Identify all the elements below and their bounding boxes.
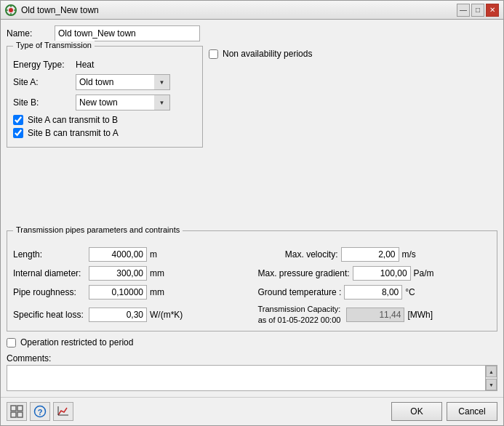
transmission-capacity-row: Transmission Capacity: as of 01-05-2022 … (258, 304, 492, 325)
operation-restricted-label: Operation restricted to period (20, 337, 133, 347)
type-of-transmission-legend: Type of Transmission (13, 41, 95, 49)
transmission-capacity-input (346, 308, 404, 322)
left-panel: Type of Transmission Energy Type: Heat S… (7, 46, 203, 226)
ground-temp-label: Ground temperature : (258, 287, 342, 297)
max-velocity-unit: m/s (402, 249, 425, 260)
internal-diameter-unit: mm (150, 268, 173, 278)
transmission-capacity-sublabel: as of 01-05-2022 00:00 (258, 315, 341, 325)
energy-type-row: Energy Type: Heat (13, 60, 196, 70)
max-pressure-label: Max. pressure gradient: (258, 268, 350, 278)
internal-diameter-label: Internal diameter: (13, 268, 86, 278)
chart-icon (57, 405, 70, 418)
pipe-roughness-unit: mm (150, 287, 173, 297)
max-velocity-row: Max. velocity: m/s (258, 247, 492, 262)
site-b-dropdown-wrapper: ▼ (76, 95, 170, 110)
svg-rect-7 (17, 406, 23, 411)
svg-rect-6 (11, 406, 16, 411)
scroll-down-btn[interactable]: ▼ (486, 379, 497, 390)
svg-text:?: ? (38, 408, 43, 417)
length-unit: m (150, 249, 173, 260)
app-icon (5, 4, 17, 16)
scroll-up-btn[interactable]: ▲ (486, 366, 497, 377)
energy-type-value: Heat (76, 60, 94, 70)
transmission-capacity-unit: [MWh] (407, 310, 433, 320)
site-b-row: Site B: ▼ (13, 95, 196, 110)
pipe-roughness-row: Pipe roughness: mm (13, 285, 247, 300)
internal-diameter-row: Internal diameter: mm (13, 266, 247, 281)
operation-restricted-checkbox[interactable] (7, 338, 16, 347)
checkbox-a-transmit[interactable] (13, 115, 23, 125)
svg-rect-8 (11, 412, 16, 417)
specific-heat-input[interactable] (89, 308, 147, 322)
max-velocity-label: Max. velocity: (258, 249, 338, 260)
bottom-icons: ? (7, 402, 73, 421)
ok-button[interactable]: OK (391, 402, 442, 421)
site-b-label: Site B: (13, 97, 71, 108)
params-legend: Transmission pipes parameters and contra… (13, 225, 183, 234)
svg-rect-9 (17, 412, 23, 417)
length-input[interactable] (89, 247, 147, 262)
non-availability-row: Non availability periods (209, 46, 497, 59)
help-icon-button[interactable]: ? (30, 402, 50, 421)
length-row: Length: m (13, 247, 247, 262)
comments-textarea[interactable] (7, 366, 497, 390)
close-button[interactable]: ✕ (486, 4, 499, 17)
minimize-button[interactable]: — (457, 4, 470, 17)
specific-heat-row: Specific heat loss: W/(m*K) (13, 304, 247, 325)
transmission-capacity-label: Transmission Capacity: (258, 304, 341, 314)
grid-icon (10, 405, 23, 418)
site-b-dropdown-btn[interactable]: ▼ (154, 95, 170, 110)
internal-diameter-input[interactable] (89, 266, 147, 281)
site-a-row: Site A: ▼ (13, 74, 196, 90)
bottom-bar: ? OK Cancel (1, 397, 503, 425)
window-title: Old town_New town (21, 5, 99, 15)
comments-scrollbar: ▲ ▼ (485, 366, 497, 390)
checkbox-b-label: Site B can transmit to A (28, 128, 119, 138)
comments-label: Comments: (7, 353, 497, 363)
energy-type-label: Energy Type: (13, 60, 71, 70)
action-buttons: OK Cancel (391, 402, 497, 421)
title-bar: Old town_New town — □ ✕ (1, 1, 503, 20)
grid-icon-button[interactable] (7, 402, 27, 421)
operation-row: Operation restricted to period (7, 336, 497, 349)
site-a-dropdown-wrapper: ▼ (76, 74, 170, 90)
comments-area-wrapper: ▲ ▼ (7, 365, 497, 391)
specific-heat-unit: W/(m*K) (150, 310, 183, 320)
params-grid: Length: m Max. velocity: m/s Internal di… (13, 247, 491, 325)
window-content: Name: Type of Transmission Energy Type: … (1, 20, 503, 397)
site-a-label: Site A: (13, 77, 71, 87)
title-bar-left: Old town_New town (5, 4, 99, 16)
checkbox-a-row: Site A can transmit to B (13, 115, 196, 125)
restore-button[interactable]: □ (471, 4, 484, 17)
max-velocity-input[interactable] (341, 247, 399, 262)
name-input[interactable] (55, 25, 200, 41)
help-icon: ? (33, 405, 47, 418)
checkbox-b-row: Site B can transmit to A (13, 128, 196, 138)
svg-point-1 (9, 8, 13, 12)
main-window: Old town_New town — □ ✕ Name: Type of Tr… (0, 0, 504, 426)
specific-heat-label: Specific heat loss: (13, 310, 86, 320)
non-availability-checkbox[interactable] (209, 49, 218, 59)
chart-icon-button[interactable] (53, 402, 73, 421)
params-group: Transmission pipes parameters and contra… (7, 230, 497, 331)
max-pressure-input[interactable] (353, 266, 411, 281)
max-pressure-row: Max. pressure gradient: Pa/m (258, 266, 492, 281)
right-panel: Non availability periods (209, 46, 497, 226)
name-label: Name: (7, 28, 50, 39)
window-controls: — □ ✕ (457, 4, 499, 17)
type-of-transmission-group: Type of Transmission Energy Type: Heat S… (7, 46, 203, 148)
site-a-dropdown-btn[interactable]: ▼ (154, 74, 170, 90)
length-label: Length: (13, 249, 86, 260)
bottom-section: Transmission pipes parameters and contra… (7, 230, 497, 391)
transmission-inner: Energy Type: Heat Site A: ▼ Site B: (13, 60, 196, 138)
ground-temp-input[interactable] (344, 285, 402, 300)
checkbox-a-label: Site A can transmit to B (28, 115, 118, 125)
comments-section: Comments: ▲ ▼ (7, 353, 497, 391)
cancel-button[interactable]: Cancel (447, 402, 497, 421)
non-availability-label: Non availability periods (223, 49, 312, 59)
ground-temp-unit: °C (405, 287, 428, 297)
checkbox-b-transmit[interactable] (13, 128, 23, 138)
max-pressure-unit: Pa/m (414, 268, 437, 278)
pipe-roughness-input[interactable] (89, 285, 147, 300)
ground-temp-row: Ground temperature : °C (258, 285, 492, 300)
